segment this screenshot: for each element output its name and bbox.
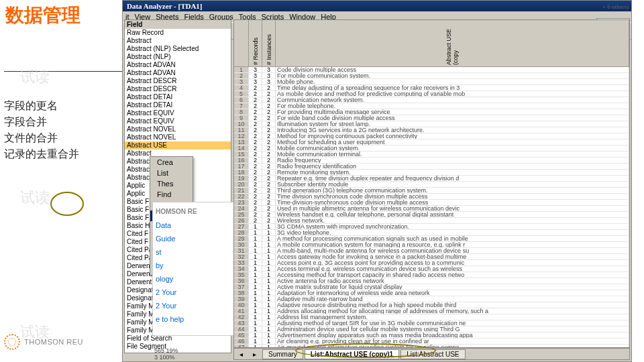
- annotation-circle: [50, 192, 84, 216]
- thomson-icon: [4, 334, 20, 350]
- title-bar: Data Analyzer - [TDA1]: [123, 1, 631, 11]
- table-row[interactable]: 2622Wireless network.: [234, 218, 629, 224]
- field-item[interactable]: Raw Record: [125, 29, 231, 37]
- table-row[interactable]: 1922Repeater e.g. time division duplex r…: [234, 176, 629, 182]
- field-item[interactable]: Abstract NOVEL: [125, 133, 231, 141]
- table-row[interactable]: 722For mobile telephone.: [234, 103, 629, 109]
- table-row[interactable]: 522As mobile device and method for predi…: [234, 91, 629, 97]
- status-bar: ◂ ▸ Summary List:Abstract USE (copy)1 Li…: [233, 348, 630, 360]
- table-row[interactable]: 28113G video telephone.: [234, 230, 629, 236]
- context-menu-item[interactable]: Crea: [150, 157, 193, 168]
- context-menu-item[interactable]: Thes: [150, 178, 193, 189]
- table-row[interactable]: 1122Introducing 3G services into a 2G ne…: [234, 127, 629, 133]
- table-row[interactable]: 3311Access point e.g. 3G access point fo…: [234, 260, 629, 266]
- table-row[interactable]: 3911Adaptive multi rate-narrow band: [234, 296, 629, 302]
- field-item[interactable]: Abstract USE: [125, 141, 231, 149]
- table-row[interactable]: 233For mobile communication system.: [234, 73, 629, 79]
- table-row[interactable]: 4711Air-ground service information provi…: [234, 345, 629, 347]
- table-row[interactable]: 2422Used in multiple altimetric antenna …: [234, 206, 629, 212]
- field-item[interactable]: Abstract (NLP) Selected: [125, 45, 231, 53]
- watermark: 试读: [20, 67, 50, 87]
- table-row[interactable]: 3011A mobile communication system for ma…: [234, 242, 629, 248]
- table-row[interactable]: 1322Method for scheduling a user equipme…: [234, 139, 629, 145]
- table-row[interactable]: 3811Adaptation for interworking of wirel…: [234, 290, 629, 296]
- table-row[interactable]: 3611Active antenna for radio access netw…: [234, 278, 629, 284]
- context-menu-item[interactable]: List: [150, 168, 193, 178]
- table-row[interactable]: 1822Remote monitoring system.: [234, 170, 629, 176]
- table-row[interactable]: 1722Radio frequency identification: [234, 164, 629, 170]
- field-item[interactable]: Abstract NOVEL: [125, 125, 231, 133]
- table-row[interactable]: 3511Accessing method for transport capac…: [234, 272, 629, 278]
- scroll-left-icon[interactable]: ◂: [234, 351, 248, 358]
- scroll-right-icon[interactable]: ▸: [248, 351, 261, 358]
- table-row[interactable]: 4511Advertisement display apparatus such…: [234, 333, 629, 339]
- sheet-tab[interactable]: List:Abstract USE: [400, 349, 465, 359]
- field-item[interactable]: Abstract ADVAN: [125, 61, 231, 69]
- table-row[interactable]: 622Communication network system.: [234, 97, 629, 103]
- app-window: Data Analyzer - [TDA1] it View Sheets Fi…: [122, 0, 632, 362]
- field-item[interactable]: Abstract DESCR: [125, 77, 231, 85]
- table-row[interactable]: 2911A method for processing communicatio…: [234, 236, 629, 242]
- data-grid[interactable]: # Records # Instances Abstract USE (copy…: [233, 19, 630, 348]
- table-row[interactable]: 2522Wireless handset e.g. cellular telep…: [234, 212, 629, 218]
- field-item[interactable]: Abstract EQUIV: [125, 117, 231, 125]
- field-item[interactable]: Abstract: [125, 37, 231, 45]
- context-menu-item[interactable]: Find: [150, 189, 193, 200]
- table-row[interactable]: 422Time delay adjusting of a spreading s…: [234, 85, 629, 91]
- table-row[interactable]: 2222Time division synchronous code divis…: [234, 194, 629, 200]
- field-item[interactable]: Abstract ADVAN: [125, 69, 231, 77]
- sheet-tab[interactable]: List:Abstract USE (copy)1: [305, 349, 399, 359]
- table-row[interactable]: 4211Address list management system.: [234, 314, 629, 320]
- table-row[interactable]: 2122Third generation (3G) telephone comm…: [234, 188, 629, 194]
- field-header: Field: [125, 20, 231, 29]
- table-row[interactable]: 27113G CDMA system with improved synchro…: [234, 224, 629, 230]
- footer-stats: 565 19%3 100%: [154, 347, 178, 361]
- table-row[interactable]: 4411Administration device used for cellu…: [234, 326, 629, 333]
- table-row[interactable]: 3211Access gateway node for invoking a s…: [234, 254, 629, 260]
- field-item[interactable]: Abstract EQUIV: [125, 109, 231, 117]
- table-row[interactable]: 4111Address allocating method for alloca…: [234, 308, 629, 314]
- column-headers: # Records # Instances Abstract USE (copy: [234, 20, 629, 67]
- notes: 字段的更名 字段合并 文件的合并 记录的去重合并: [4, 98, 79, 162]
- table-row[interactable]: 1522Mobile communication terminal.: [234, 152, 629, 158]
- table-row[interactable]: 3711Active matrix substrate for liquid c…: [234, 284, 629, 290]
- watermark: 试读: [20, 188, 50, 208]
- table-row[interactable]: 1022Illumination system for street lamp.: [234, 121, 629, 127]
- table-row[interactable]: 822For providing multimedia message serv…: [234, 109, 629, 115]
- table-row[interactable]: 3111A multi-band, multi-mode antenna for…: [234, 248, 629, 254]
- table-row[interactable]: 922For wide band code division multiple …: [234, 115, 629, 121]
- table-row[interactable]: 4611Air cleaning e.g. providing clean ai…: [234, 339, 629, 345]
- field-item[interactable]: Abstract DETAI: [125, 93, 231, 101]
- table-row[interactable]: 1622Radio frequency: [234, 158, 629, 164]
- table-row[interactable]: 4311Adjusting method of target SIR for u…: [234, 320, 629, 326]
- table-row[interactable]: 133Code division multiple access: [234, 67, 629, 73]
- table-row[interactable]: 1222Method for improving continuous pack…: [234, 133, 629, 139]
- table-row[interactable]: 1422Mobile communication system.: [234, 145, 629, 152]
- summary-tab[interactable]: Summary: [262, 349, 303, 359]
- table-row[interactable]: 3411Access terminal e.g. wireless commun…: [234, 266, 629, 272]
- others-hint: + 6 others): [602, 3, 629, 10]
- table-row[interactable]: 2022Subscriber identity module: [234, 182, 629, 188]
- logo: THOMSON REU: [4, 334, 83, 350]
- field-item[interactable]: Abstract DETAI: [125, 101, 231, 109]
- field-item[interactable]: Abstract (NLP): [125, 53, 231, 61]
- table-row[interactable]: 4011Adaptive resource distributing metho…: [234, 302, 629, 308]
- table-row[interactable]: 333Mobile phone.: [234, 79, 629, 85]
- table-row[interactable]: 2322Time-division-synchronous code divis…: [234, 200, 629, 206]
- field-item[interactable]: Abstract DESCR: [125, 85, 231, 93]
